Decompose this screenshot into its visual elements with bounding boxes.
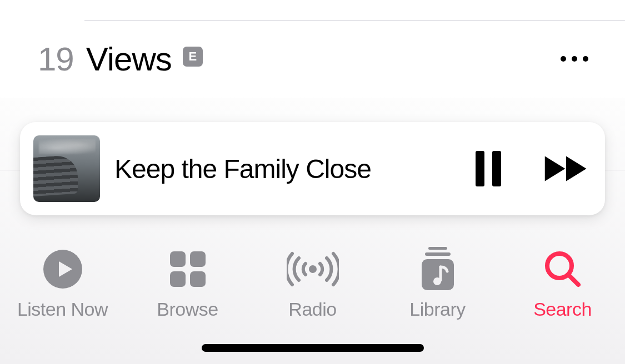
svg-point-7 [309, 265, 317, 273]
svg-rect-6 [190, 271, 206, 287]
ellipsis-dot [572, 56, 577, 62]
radio-waves-icon [287, 247, 339, 291]
tab-browse[interactable]: Browse [132, 247, 243, 320]
tab-listen-now[interactable]: Listen Now [7, 247, 118, 320]
track-row[interactable]: 19 Views E [38, 31, 625, 87]
ellipsis-dot [561, 56, 566, 62]
now-playing-controls [466, 146, 588, 191]
svg-rect-0 [476, 151, 484, 186]
svg-point-11 [433, 277, 441, 285]
more-options-button[interactable] [561, 56, 588, 62]
tab-search[interactable]: Search [507, 247, 618, 320]
svg-rect-1 [492, 151, 501, 186]
search-icon [543, 247, 583, 291]
play-circle-icon [43, 247, 82, 291]
explicit-badge: E [183, 47, 203, 67]
now-playing-bar[interactable]: Keep the Family Close [20, 122, 605, 215]
svg-rect-8 [428, 247, 447, 250]
svg-rect-5 [170, 271, 186, 287]
skip-forward-button[interactable] [544, 146, 588, 191]
home-indicator[interactable] [202, 344, 424, 352]
tab-library[interactable]: Library [382, 247, 493, 320]
library-icon [418, 247, 457, 291]
grid-icon [170, 247, 206, 291]
svg-rect-4 [190, 251, 206, 267]
svg-rect-10 [422, 259, 454, 290]
pause-button[interactable] [466, 146, 511, 191]
tab-label: Listen Now [17, 299, 108, 320]
tab-bar: Listen Now Browse [0, 222, 625, 364]
tab-label: Browse [157, 299, 218, 320]
track-number: 19 [38, 40, 74, 78]
tab-label: Library [409, 299, 465, 320]
album-art [33, 135, 100, 202]
ellipsis-dot [583, 56, 588, 62]
tab-label: Search [533, 299, 592, 320]
now-playing-title: Keep the Family Close [114, 154, 466, 184]
tab-radio[interactable]: Radio [257, 247, 368, 320]
track-title: Views [86, 40, 172, 78]
skip-forward-icon [544, 153, 588, 184]
pause-icon [473, 151, 503, 186]
svg-rect-3 [170, 251, 186, 267]
tab-label: Radio [288, 299, 336, 320]
svg-rect-9 [425, 252, 451, 256]
svg-line-13 [568, 275, 578, 285]
row-divider [84, 20, 625, 21]
